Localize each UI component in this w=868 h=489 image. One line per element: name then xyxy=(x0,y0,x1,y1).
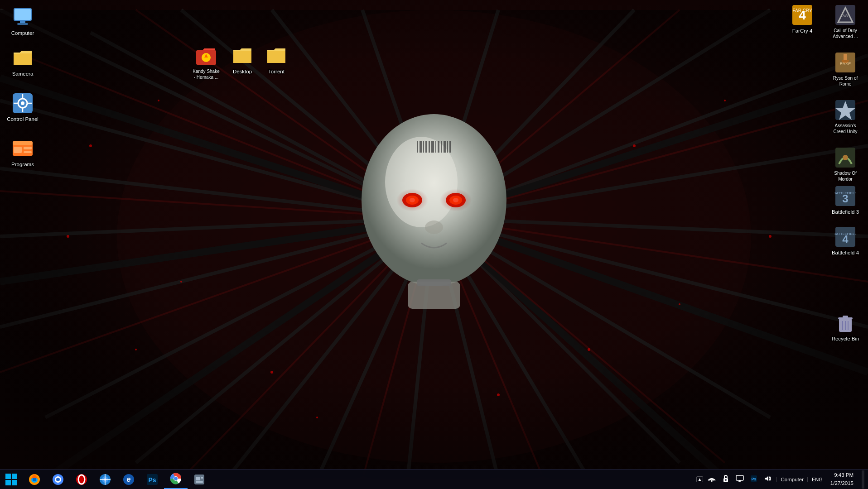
svg-line-16 xyxy=(434,218,680,463)
taskbar-photoshop[interactable]: Ps xyxy=(140,470,164,489)
svg-point-61 xyxy=(449,196,462,205)
svg-point-62 xyxy=(410,198,415,202)
svg-rect-69 xyxy=(0,10,868,479)
taskbar-clock[interactable]: 9:43 PM 1/27/2015 xyxy=(827,471,857,487)
taskbar-chrome-alt[interactable] xyxy=(46,470,70,489)
cod-advanced-icon[interactable]: AW Call of DutyAdvanced ... xyxy=(825,2,866,41)
svg-line-12 xyxy=(317,218,434,479)
tray-security-icon[interactable] xyxy=(720,475,731,484)
svg-rect-57 xyxy=(449,141,451,153)
taskbar-chrome[interactable] xyxy=(164,470,188,489)
svg-rect-0 xyxy=(0,10,868,479)
svg-line-3 xyxy=(181,10,434,218)
svg-rect-48 xyxy=(423,141,424,153)
svg-line-9 xyxy=(45,218,434,417)
svg-line-34 xyxy=(136,10,434,218)
svg-point-117 xyxy=(843,155,848,160)
shadow-mordor-icon[interactable]: Shadow OfMordor xyxy=(825,145,866,184)
cod-advanced-label: Call of DutyAdvanced ... xyxy=(833,28,858,39)
ryse-label: Ryse Son ofRome xyxy=(833,75,858,87)
svg-line-22 xyxy=(434,10,770,218)
cod-advanced-icon-img: AW xyxy=(834,4,856,26)
torrent-icon[interactable]: Torrent xyxy=(258,43,294,77)
tray-expand-button[interactable]: ▲ xyxy=(696,476,704,482)
show-desktop-button[interactable] xyxy=(862,470,864,489)
svg-point-74 xyxy=(270,371,273,374)
svg-line-38 xyxy=(362,218,434,479)
svg-line-10 xyxy=(136,218,434,463)
svg-point-73 xyxy=(180,281,182,283)
shadow-mordor-icon-img xyxy=(834,147,856,168)
shadow-mordor-label: Shadow OfMordor xyxy=(834,170,856,182)
tray-language[interactable]: ENG xyxy=(810,477,824,482)
torrent-icon-img xyxy=(265,45,287,67)
svg-line-11 xyxy=(227,218,434,479)
svg-line-18 xyxy=(434,218,868,327)
svg-point-76 xyxy=(633,144,636,147)
control-panel-icon[interactable]: Control Panel xyxy=(5,91,41,125)
svg-text:4: 4 xyxy=(842,233,849,245)
svg-line-39 xyxy=(434,218,544,479)
farcry4-label: FarCry 4 xyxy=(792,28,813,34)
svg-point-60 xyxy=(406,196,419,205)
svg-rect-54 xyxy=(441,141,442,153)
svg-point-64 xyxy=(396,189,428,211)
svg-point-63 xyxy=(453,198,458,202)
sameera-folder-icon[interactable]: Sameera xyxy=(5,45,41,79)
svg-rect-47 xyxy=(420,141,422,153)
assassins-creed-icon-img xyxy=(834,99,856,121)
svg-rect-104 xyxy=(267,51,285,63)
svg-rect-97 xyxy=(13,141,33,145)
svg-rect-50 xyxy=(429,141,430,153)
assassins-creed-icon[interactable]: Assassin'sCreed Unity xyxy=(825,97,866,136)
taskbar-opera[interactable] xyxy=(70,470,93,489)
svg-point-79 xyxy=(679,303,680,305)
computer-icon-img xyxy=(12,6,34,28)
taskbar-apps: e Ps xyxy=(23,470,693,489)
taskbar-ie[interactable]: e xyxy=(117,470,140,489)
farcry4-icon-img: 4 FAR CRY xyxy=(791,4,813,26)
start-button[interactable] xyxy=(0,470,23,489)
battlefield3-icon[interactable]: BATTLEFIELD 3 Battlefield 3 xyxy=(825,183,866,217)
taskbar-browser[interactable] xyxy=(93,470,117,489)
svg-text:e: e xyxy=(127,475,131,483)
svg-point-70 xyxy=(89,144,92,147)
battlefield3-icon-img: BATTLEFIELD 3 xyxy=(834,185,856,207)
tray-ps-icon[interactable]: Ps xyxy=(748,475,759,484)
battlefield4-icon[interactable]: BATTLEFIELD 4 Battlefield 4 xyxy=(825,224,866,258)
svg-rect-46 xyxy=(417,141,418,153)
computer-icon[interactable]: Computer xyxy=(5,5,41,38)
programs-icon[interactable]: Programs xyxy=(5,136,41,170)
kandy-shake-icon[interactable]: Kandy Shake- Hemaka ... xyxy=(186,43,227,82)
svg-rect-103 xyxy=(233,51,251,63)
kandy-shake-icon-img xyxy=(195,45,217,67)
taskbar-firefox[interactable] xyxy=(23,470,46,489)
svg-rect-156 xyxy=(201,477,203,479)
svg-line-2 xyxy=(0,10,434,218)
svg-text:Ps: Ps xyxy=(752,477,757,481)
recycle-bin-icon[interactable]: Recycle Bin xyxy=(825,310,866,344)
svg-point-58 xyxy=(402,193,422,207)
svg-rect-157 xyxy=(196,481,203,483)
battlefield4-label: Battlefield 4 xyxy=(832,249,859,256)
svg-point-72 xyxy=(67,235,69,238)
recycle-bin-label: Recycle Bin xyxy=(832,336,859,342)
sameera-folder-icon-img xyxy=(12,47,34,69)
svg-line-37 xyxy=(181,218,434,479)
svg-rect-56 xyxy=(447,141,448,153)
svg-rect-86 xyxy=(17,23,28,25)
tray-volume-icon[interactable] xyxy=(762,475,774,484)
taskbar-computer-label[interactable]: Computer xyxy=(776,477,808,482)
tray-network-icon[interactable] xyxy=(706,475,718,484)
taskbar-app-unknown[interactable] xyxy=(188,470,211,489)
svg-text:Ps: Ps xyxy=(148,476,156,484)
farcry4-icon[interactable]: 4 FAR CRY FarCry 4 xyxy=(782,2,823,36)
svg-rect-51 xyxy=(431,141,434,153)
tray-monitor-icon[interactable] xyxy=(734,475,746,484)
svg-line-27 xyxy=(45,218,434,479)
ryse-icon[interactable]: RYSE Ryse Son ofRome xyxy=(825,50,866,89)
svg-rect-68 xyxy=(417,279,451,286)
desktop-folder-icon[interactable]: Desktop xyxy=(224,43,260,77)
svg-rect-100 xyxy=(24,151,32,153)
svg-point-158 xyxy=(711,480,713,482)
